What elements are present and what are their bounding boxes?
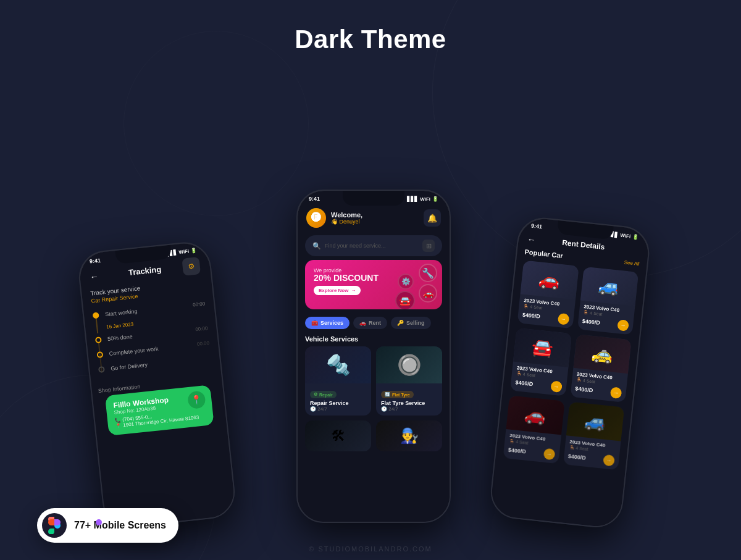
timeline-dot-4 bbox=[98, 366, 105, 373]
repair-service-card[interactable]: 🔩 ⚙Repair Repair Service 🕐 24/7 bbox=[305, 346, 371, 416]
car-card-5[interactable]: 🚗 2023 Volvo C40 🪑 4 Seat $400/D → bbox=[503, 395, 565, 464]
timeline-date: 16 Jan 2023 bbox=[106, 322, 134, 330]
timeline-dot-3 bbox=[96, 351, 103, 358]
cars-grid: 🚗 2023 Volvo C40 🪑 4 Seat $400/D → bbox=[503, 261, 639, 470]
search-icon: 🔍 bbox=[312, 242, 321, 250]
battery-icon-c: 🔋 bbox=[432, 196, 438, 202]
car-select-6[interactable]: → bbox=[603, 454, 615, 467]
back-button[interactable]: ← bbox=[90, 271, 99, 282]
car-image-1: 🚗 bbox=[520, 261, 579, 300]
car-image-6: 🚙 bbox=[566, 402, 624, 441]
shop-info-card: 📍 Filllo Workshop Shop No: 120Ab38 📞 (70… bbox=[105, 385, 214, 436]
scan-icon[interactable]: ⊞ bbox=[422, 240, 435, 252]
tyre-service-image: 🔘 bbox=[376, 346, 442, 383]
car-price-1: $400/D bbox=[522, 312, 540, 320]
search-bar[interactable]: 🔍 Find your need service... ⊞ bbox=[305, 235, 442, 256]
repair-service-hours: 🕐 24/7 bbox=[310, 406, 366, 412]
timeline-dot-1 bbox=[93, 312, 99, 319]
notification-bell[interactable]: 🔔 bbox=[424, 209, 441, 227]
tab-selling[interactable]: 🔑Selling bbox=[391, 317, 431, 329]
rent-title: Rent Details bbox=[562, 238, 605, 251]
car-price-5: $400/D bbox=[508, 447, 526, 455]
flat-tyre-service-card[interactable]: 🔘 🔄Flat Tyre Flat Tyre Service 🕐 24/7 bbox=[376, 346, 442, 416]
see-all-link[interactable]: See All bbox=[624, 259, 640, 267]
car-image-4: 🚕 bbox=[573, 334, 632, 374]
popular-title: Popular Car bbox=[524, 248, 563, 259]
wifi-icon: WiFi bbox=[178, 248, 190, 255]
tyre-tag: 🔄Flat Tyre bbox=[381, 391, 414, 398]
user-name: 👋 Denuyel bbox=[331, 219, 424, 225]
car-select-2[interactable]: → bbox=[617, 319, 629, 332]
figma-purple-dot bbox=[96, 519, 102, 525]
page-title: Dark Theme bbox=[0, 0, 741, 54]
repair-tag: ⚙Repair bbox=[310, 391, 337, 398]
car-select-5[interactable]: → bbox=[543, 448, 555, 461]
phone-left: 9:41 ▋▋▋ WiFi 🔋 ← Tracking ⚙ Track your … bbox=[77, 240, 238, 530]
explore-button[interactable]: Explore Now → bbox=[314, 286, 361, 295]
figma-icon bbox=[42, 513, 67, 538]
wifi-icon-c: WiFi bbox=[420, 196, 430, 202]
signal-icon-c: ▋▋▋ bbox=[407, 196, 418, 202]
car-card-2[interactable]: 🚙 2023 Volvo C40 🪑 4 Seat $400/D → bbox=[577, 267, 639, 335]
tyre-service-name: Flat Tyre Service bbox=[381, 400, 437, 406]
car-card-6[interactable]: 🚙 2023 Volvo C40 🪑 4 Seat $400/D → bbox=[563, 402, 625, 470]
car-image-5: 🚗 bbox=[506, 395, 564, 435]
timeline-dot-2 bbox=[95, 336, 102, 343]
screen-title-left: Tracking bbox=[128, 264, 162, 277]
tab-services[interactable]: 🧰Services bbox=[305, 317, 350, 329]
settings-button[interactable]: ⚙ bbox=[182, 256, 201, 275]
car-price-3: $400/D bbox=[515, 379, 534, 387]
search-placeholder: Find your need service... bbox=[325, 243, 419, 249]
car-card-1[interactable]: 🚗 2023 Volvo C40 🪑 4 Seat $400/D → bbox=[517, 261, 579, 329]
repair-service-name: Repair Service bbox=[310, 400, 366, 406]
more-services-row: 🛠 👨‍🔧 bbox=[298, 420, 450, 451]
time-right: 9:41 bbox=[531, 222, 543, 230]
timeline-label-4: Go for Delivery bbox=[111, 355, 211, 372]
car-price-6: $400/D bbox=[567, 453, 586, 461]
banner-text2: 20% DISCOUNT bbox=[314, 274, 433, 283]
repair-service-image: 🔩 bbox=[305, 346, 371, 383]
figma-badge: 77+ Mobile Screens bbox=[37, 508, 178, 543]
back-button-right[interactable]: ← bbox=[527, 234, 537, 244]
tyre-service-hours: 🕐 24/7 bbox=[381, 406, 437, 412]
car-select-3[interactable]: → bbox=[550, 380, 563, 393]
badge-text: 77+ Mobile Screens bbox=[74, 520, 166, 531]
time-left: 9:41 bbox=[89, 257, 101, 265]
battery-icon-r: 🔋 bbox=[632, 233, 639, 240]
car-price-2: $400/D bbox=[582, 318, 600, 326]
watermark: © STUDIOMOBILANDRO.COM bbox=[309, 545, 432, 553]
tab-rent[interactable]: 🚗Rent bbox=[353, 317, 387, 329]
car-select-4[interactable]: → bbox=[610, 387, 622, 399]
time-center: 9:41 bbox=[309, 196, 320, 202]
vehicle-services-title: Vehicle Services bbox=[298, 333, 450, 346]
phone-right: 9:41 ▋▋▋ WiFi 🔋 ← Rent Details Popular C… bbox=[488, 215, 652, 530]
phones-showcase: 9:41 ▋▋▋ WiFi 🔋 ← Tracking ⚙ Track your … bbox=[0, 165, 741, 523]
services-grid: 🔩 ⚙Repair Repair Service 🕐 24/7 bbox=[298, 346, 450, 416]
category-tabs: 🧰Services 🚗Rent 🔑Selling bbox=[298, 313, 450, 333]
car-price-4: $400/D bbox=[575, 385, 593, 393]
car-image-2: 🚙 bbox=[580, 267, 638, 306]
tracking-timeline: Start working 00:00 16 Jan 2023 50% done… bbox=[83, 296, 221, 386]
car-card-3[interactable]: 🚘 2023 Volvo C40 🪑 4 Seat $400/D → bbox=[510, 328, 572, 396]
car-select-1[interactable]: → bbox=[557, 313, 569, 325]
battery-icon: 🔋 bbox=[191, 248, 198, 254]
car-image-3: 🚘 bbox=[513, 328, 572, 367]
car-card-4[interactable]: 🚕 2023 Volvo C40 🪑 4 Seat $400/D → bbox=[570, 334, 632, 403]
wifi-icon-r: WiFi bbox=[620, 232, 631, 239]
user-avatar: 🅕 bbox=[306, 208, 326, 228]
timeline-label-3: Complete your work bbox=[109, 340, 209, 357]
phone-center: 9:41 ▋▋▋ WiFi 🔋 🅕 Welcome, 👋 Denuyel 🔔 bbox=[296, 190, 451, 523]
welcome-label: Welcome, bbox=[331, 211, 424, 219]
promo-banner[interactable]: We provide 20% DISCOUNT Explore Now → 🔧 … bbox=[305, 260, 442, 309]
